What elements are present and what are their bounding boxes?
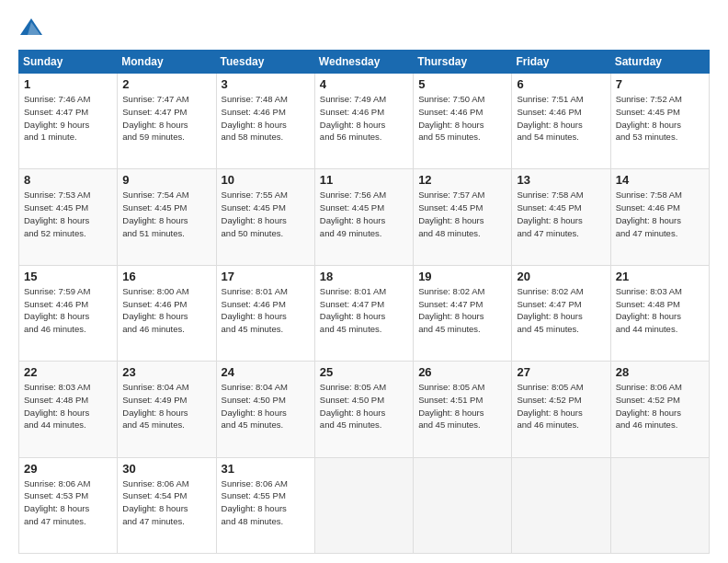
calendar-cell: 31Sunrise: 8:06 AMSunset: 4:55 PMDayligh…	[216, 457, 314, 553]
calendar-cell: 23Sunrise: 8:04 AMSunset: 4:49 PMDayligh…	[118, 362, 216, 457]
day-number: 7	[616, 77, 704, 91]
calendar-week-2: 8Sunrise: 7:53 AMSunset: 4:45 PMDaylight…	[19, 169, 710, 265]
day-number: 10	[222, 173, 310, 187]
calendar-cell: 8Sunrise: 7:53 AMSunset: 4:45 PMDaylight…	[19, 169, 118, 265]
day-number: 1	[24, 77, 112, 91]
calendar-week-5: 29Sunrise: 8:06 AMSunset: 4:53 PMDayligh…	[19, 457, 710, 553]
calendar-cell: 21Sunrise: 8:03 AMSunset: 4:48 PMDayligh…	[610, 265, 709, 361]
calendar-cell: 22Sunrise: 8:03 AMSunset: 4:48 PMDayligh…	[19, 362, 118, 457]
day-info: Sunrise: 7:47 AMSunset: 4:47 PMDaylight:…	[122, 93, 210, 144]
day-info: Sunrise: 7:54 AMSunset: 4:45 PMDaylight:…	[122, 189, 210, 239]
logo-icon	[18, 15, 44, 40]
calendar-cell: 25Sunrise: 8:05 AMSunset: 4:50 PMDayligh…	[314, 362, 413, 457]
calendar-cell: 7Sunrise: 7:52 AMSunset: 4:45 PMDaylight…	[610, 74, 709, 169]
calendar-cell: 11Sunrise: 7:56 AMSunset: 4:45 PMDayligh…	[314, 169, 413, 265]
day-number: 26	[418, 365, 506, 379]
day-number: 8	[24, 173, 112, 187]
day-info: Sunrise: 7:55 AMSunset: 4:45 PMDaylight:…	[222, 189, 310, 239]
weekday-header-thursday: Thursday	[414, 51, 512, 74]
day-info: Sunrise: 7:58 AMSunset: 4:46 PMDaylight:…	[616, 189, 704, 239]
day-info: Sunrise: 7:53 AMSunset: 4:45 PMDaylight:…	[24, 189, 112, 239]
day-info: Sunrise: 7:56 AMSunset: 4:45 PMDaylight:…	[320, 189, 408, 239]
day-number: 20	[517, 270, 605, 283]
calendar-cell: 10Sunrise: 7:55 AMSunset: 4:45 PMDayligh…	[216, 169, 314, 265]
day-info: Sunrise: 8:02 AMSunset: 4:47 PMDaylight:…	[418, 285, 506, 336]
day-number: 6	[517, 77, 605, 91]
calendar-week-1: 1Sunrise: 7:46 AMSunset: 4:47 PMDaylight…	[19, 74, 710, 169]
day-info: Sunrise: 7:59 AMSunset: 4:46 PMDaylight:…	[24, 285, 112, 336]
day-number: 24	[222, 365, 310, 379]
day-number: 25	[320, 365, 408, 379]
day-number: 19	[418, 270, 506, 283]
weekday-header-wednesday: Wednesday	[314, 51, 413, 74]
calendar-cell: 27Sunrise: 8:05 AMSunset: 4:52 PMDayligh…	[512, 362, 610, 457]
day-number: 11	[320, 173, 408, 187]
day-number: 16	[122, 270, 210, 283]
calendar-cell: 28Sunrise: 8:06 AMSunset: 4:52 PMDayligh…	[610, 362, 709, 457]
day-info: Sunrise: 8:06 AMSunset: 4:53 PMDaylight:…	[24, 477, 112, 528]
day-number: 15	[24, 270, 112, 283]
day-info: Sunrise: 7:51 AMSunset: 4:46 PMDaylight:…	[517, 93, 605, 144]
calendar-cell: 17Sunrise: 8:01 AMSunset: 4:46 PMDayligh…	[216, 265, 314, 361]
calendar-cell: 16Sunrise: 8:00 AMSunset: 4:46 PMDayligh…	[118, 265, 216, 361]
calendar-cell: 1Sunrise: 7:46 AMSunset: 4:47 PMDaylight…	[19, 74, 118, 169]
calendar-cell: 19Sunrise: 8:02 AMSunset: 4:47 PMDayligh…	[414, 265, 512, 361]
calendar-cell: 24Sunrise: 8:04 AMSunset: 4:50 PMDayligh…	[216, 362, 314, 457]
calendar-table: SundayMondayTuesdayWednesdayThursdayFrid…	[18, 50, 710, 554]
day-info: Sunrise: 7:49 AMSunset: 4:46 PMDaylight:…	[320, 93, 408, 144]
calendar-cell: 4Sunrise: 7:49 AMSunset: 4:46 PMDaylight…	[314, 74, 413, 169]
weekday-header-monday: Monday	[118, 51, 216, 74]
calendar-cell	[314, 457, 413, 553]
calendar-cell: 15Sunrise: 7:59 AMSunset: 4:46 PMDayligh…	[19, 265, 118, 361]
day-info: Sunrise: 8:02 AMSunset: 4:47 PMDaylight:…	[517, 285, 605, 336]
day-info: Sunrise: 8:05 AMSunset: 4:51 PMDaylight:…	[418, 381, 506, 431]
calendar-cell: 3Sunrise: 7:48 AMSunset: 4:46 PMDaylight…	[216, 74, 314, 169]
calendar-cell: 2Sunrise: 7:47 AMSunset: 4:47 PMDaylight…	[118, 74, 216, 169]
day-number: 22	[24, 365, 112, 379]
day-number: 5	[418, 77, 506, 91]
weekday-header-row: SundayMondayTuesdayWednesdayThursdayFrid…	[19, 51, 710, 74]
day-number: 13	[517, 173, 605, 187]
calendar-week-4: 22Sunrise: 8:03 AMSunset: 4:48 PMDayligh…	[19, 362, 710, 457]
calendar-week-3: 15Sunrise: 7:59 AMSunset: 4:46 PMDayligh…	[19, 265, 710, 361]
day-info: Sunrise: 8:06 AMSunset: 4:54 PMDaylight:…	[122, 477, 210, 528]
day-number: 21	[616, 270, 704, 283]
day-number: 14	[616, 173, 704, 187]
day-number: 29	[24, 462, 112, 476]
calendar-cell	[610, 457, 709, 553]
day-number: 12	[418, 173, 506, 187]
weekday-header-tuesday: Tuesday	[216, 51, 314, 74]
day-info: Sunrise: 7:46 AMSunset: 4:47 PMDaylight:…	[24, 93, 112, 144]
weekday-header-saturday: Saturday	[610, 51, 709, 74]
day-number: 17	[222, 270, 310, 283]
calendar-cell: 13Sunrise: 7:58 AMSunset: 4:45 PMDayligh…	[512, 169, 610, 265]
day-info: Sunrise: 8:03 AMSunset: 4:48 PMDaylight:…	[24, 381, 112, 431]
day-info: Sunrise: 8:04 AMSunset: 4:50 PMDaylight:…	[222, 381, 310, 431]
day-info: Sunrise: 7:58 AMSunset: 4:45 PMDaylight:…	[517, 189, 605, 239]
day-number: 3	[222, 77, 310, 91]
day-info: Sunrise: 8:04 AMSunset: 4:49 PMDaylight:…	[122, 381, 210, 431]
logo	[18, 15, 50, 40]
calendar-cell: 20Sunrise: 8:02 AMSunset: 4:47 PMDayligh…	[512, 265, 610, 361]
day-info: Sunrise: 8:00 AMSunset: 4:46 PMDaylight:…	[122, 285, 210, 336]
day-info: Sunrise: 8:06 AMSunset: 4:52 PMDaylight:…	[616, 381, 704, 431]
calendar-cell	[414, 457, 512, 553]
calendar-cell: 14Sunrise: 7:58 AMSunset: 4:46 PMDayligh…	[610, 169, 709, 265]
day-number: 31	[222, 462, 310, 476]
day-info: Sunrise: 8:05 AMSunset: 4:52 PMDaylight:…	[517, 381, 605, 431]
day-info: Sunrise: 7:52 AMSunset: 4:45 PMDaylight:…	[616, 93, 704, 144]
calendar-cell	[512, 457, 610, 553]
day-number: 9	[122, 173, 210, 187]
day-info: Sunrise: 7:50 AMSunset: 4:46 PMDaylight:…	[418, 93, 506, 144]
day-info: Sunrise: 7:48 AMSunset: 4:46 PMDaylight:…	[222, 93, 310, 144]
day-info: Sunrise: 8:01 AMSunset: 4:46 PMDaylight:…	[222, 285, 310, 336]
day-info: Sunrise: 7:57 AMSunset: 4:45 PMDaylight:…	[418, 189, 506, 239]
weekday-header-friday: Friday	[512, 51, 610, 74]
calendar-cell: 18Sunrise: 8:01 AMSunset: 4:47 PMDayligh…	[314, 265, 413, 361]
day-number: 4	[320, 77, 408, 91]
day-info: Sunrise: 8:06 AMSunset: 4:55 PMDaylight:…	[222, 477, 310, 528]
day-number: 28	[616, 365, 704, 379]
day-number: 18	[320, 270, 408, 283]
day-number: 27	[517, 365, 605, 379]
day-number: 2	[122, 77, 210, 91]
